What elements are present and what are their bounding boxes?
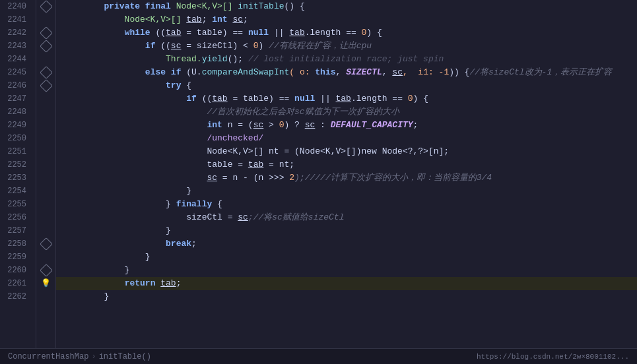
- token: }: [63, 265, 129, 275]
- token: [140, 1, 145, 11]
- line-number: 2247: [0, 92, 30, 106]
- token: initTable: [238, 1, 284, 11]
- token: [63, 107, 207, 117]
- gutter-cell: [36, 26, 55, 40]
- token: return: [125, 278, 156, 288]
- breadcrumb-sep: ›: [91, 352, 96, 361]
- code-line: /unchecked/: [56, 132, 637, 145]
- gutter-cell: [36, 237, 55, 251]
- token: ;: [191, 239, 197, 249]
- gutter-cell: [36, 79, 55, 92]
- code-line: //首次初始化之后会对sc赋值为下一次扩容的大小: [56, 106, 637, 119]
- code-line: sc = n - (n >>> 2);/////计算下次扩容的大小，即：当前容量…: [56, 171, 637, 185]
- breadcrumb-method: initTable(): [99, 352, 151, 361]
- token: Node<K,V>[] nt = (Node<K,V>[])new Node<?…: [63, 146, 449, 156]
- diamond-icon: [40, 237, 53, 251]
- diamond-icon: [40, 0, 53, 13]
- code-line: }: [56, 224, 637, 237]
- line-number: 2256: [0, 211, 30, 224]
- token: Thread.: [63, 54, 202, 64]
- breadcrumb-class: ConcurrentHashMap: [8, 352, 88, 361]
- code-line: else if (U.compareAndSwapInt( o: this, S…: [56, 66, 637, 79]
- token: this: [315, 67, 335, 77]
- gutter-cell: [36, 290, 55, 303]
- token: = table) ==: [228, 94, 294, 104]
- token: DEFAULT_CAPACITY: [331, 120, 413, 130]
- token: sc: [207, 173, 217, 183]
- token: tab: [289, 28, 304, 38]
- token: sizeCtl =: [63, 212, 238, 222]
- code-line: } finally {: [56, 198, 637, 211]
- code-area: 2240224122422243224422452246224722482249…: [0, 0, 637, 348]
- token: tab: [160, 278, 176, 288]
- diamond-icon: [40, 26, 53, 40]
- gutter-cell: [36, 211, 55, 224]
- token: ();: [228, 54, 248, 64]
- token: [63, 41, 145, 51]
- breadcrumb: ConcurrentHashMap › initTable(): [8, 352, 151, 361]
- line-number: 2259: [0, 251, 30, 264]
- token: if: [145, 41, 156, 51]
- gutter-cell: [36, 251, 55, 264]
- token: ;: [202, 15, 213, 24]
- token: Node<K,V>[]: [63, 15, 186, 24]
- token: n = (: [222, 120, 253, 130]
- gutter-cell: [36, 106, 55, 119]
- diamond-icon: [40, 40, 53, 53]
- token: }: [63, 226, 171, 235]
- token: private: [104, 1, 140, 11]
- token: [63, 239, 166, 249]
- token: ): [258, 41, 269, 51]
- token: [63, 80, 166, 90]
- line-number: 2241: [0, 13, 30, 26]
- gutter-cell: [36, 171, 55, 185]
- token: ,: [336, 67, 347, 77]
- token: tab: [212, 94, 227, 104]
- gutter-cell: [36, 66, 55, 79]
- token: (: [181, 67, 191, 77]
- code-line: Thread.yield(); // lost initialization r…: [56, 53, 637, 66]
- token: ,: [382, 67, 393, 77]
- line-number: 2249: [0, 119, 30, 132]
- token: table =: [63, 160, 248, 169]
- watermark: https://blog.csdn.net/2w×8001102...: [477, 353, 629, 361]
- line-number: 2243: [0, 40, 30, 53]
- token: = sizeCtl) <: [181, 41, 253, 51]
- code-line: return tab;: [56, 277, 637, 290]
- gutter-col: 💡: [36, 0, 56, 348]
- token: = n - (n >>>: [217, 173, 289, 183]
- token: {: [181, 80, 191, 90]
- token: [63, 1, 104, 11]
- token: try: [166, 80, 181, 90]
- diamond-icon: [40, 79, 53, 92]
- line-number: 2248: [0, 106, 30, 119]
- token: = table) ==: [181, 28, 248, 38]
- token: sc: [392, 67, 403, 77]
- line-number: 2261: [0, 277, 30, 290]
- token: [63, 94, 186, 104]
- line-numbers-col: 2240224122422243224422452246224722482249…: [0, 0, 36, 348]
- diamond-icon: [40, 264, 53, 277]
- token: ) {: [366, 28, 382, 38]
- token: , i1:: [403, 67, 439, 77]
- line-number: 2260: [0, 264, 30, 277]
- gutter-cell: [36, 198, 55, 211]
- line-number: 2245: [0, 66, 30, 79]
- token: sc: [253, 120, 264, 130]
- token: /unchecked/: [207, 133, 263, 143]
- token: )) {: [449, 67, 469, 77]
- code-line: while ((tab = table) == null || tab.leng…: [56, 26, 637, 40]
- token: sc: [232, 15, 243, 24]
- token: {: [212, 199, 222, 209]
- code-line: Node<K,V>[] tab; int sc;: [56, 13, 637, 26]
- token: int: [207, 120, 222, 130]
- token: () {: [285, 1, 305, 11]
- bulb-icon: 💡: [42, 279, 51, 288]
- gutter-cell: [36, 13, 55, 26]
- token: yield: [202, 54, 228, 64]
- code-line: int n = (sc > 0) ? sc : DEFAULT_CAPACITY…: [56, 119, 637, 132]
- token: ;: [413, 120, 419, 130]
- token: tab: [336, 94, 351, 104]
- line-number: 2250: [0, 132, 30, 145]
- token: U: [191, 67, 197, 77]
